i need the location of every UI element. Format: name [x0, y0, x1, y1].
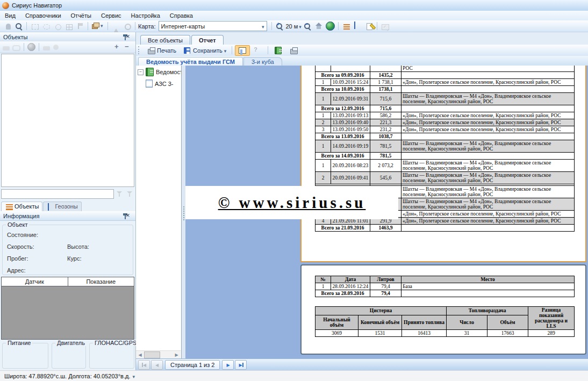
parameters-panel-toggle[interactable] — [235, 45, 250, 56]
splitter[interactable] — [182, 66, 185, 359]
status-dropdown-icon[interactable] — [132, 373, 135, 379]
cell-place: База — [401, 283, 575, 290]
expand-all-button[interactable] — [114, 43, 123, 52]
tree-child-label: АЗС 3- — [155, 81, 174, 87]
scroll-left-button[interactable] — [136, 351, 144, 359]
sensors-table: Датчик Показание — [1, 277, 134, 340]
report-book-button[interactable] — [271, 45, 285, 56]
home-button[interactable] — [314, 21, 324, 31]
save-button[interactable]: Сохранить — [180, 45, 229, 56]
report-entry-row: 220.09.2016 09:41545,6Шахты — Владимиров… — [315, 172, 575, 184]
map-select-label: Карта: — [138, 23, 156, 30]
scroll-thumb[interactable] — [144, 351, 160, 358]
watermark: © www.sirius.su — [185, 186, 398, 219]
collapse-all-button[interactable] — [125, 43, 133, 52]
report-total-row: Всего за 10.09.20161738,1 — [315, 86, 575, 93]
book-icon — [146, 68, 154, 76]
objects-list-button[interactable] — [341, 21, 352, 31]
cell-liters: 545,6 — [370, 172, 401, 184]
collapse-expander-icon[interactable] — [138, 69, 144, 75]
print-button[interactable]: Печать — [144, 45, 179, 56]
toolbar-grip[interactable] — [138, 46, 141, 54]
print-preview-button[interactable] — [286, 45, 300, 56]
list-icon — [343, 24, 350, 30]
cell-num — [315, 66, 331, 72]
layers-button[interactable] — [91, 21, 105, 31]
tab-objects[interactable]: Объекты — [1, 202, 42, 211]
objects-list[interactable] — [1, 54, 134, 187]
menu-item-2[interactable]: Справочники — [20, 11, 66, 20]
target-button — [122, 21, 132, 31]
cell-place — [401, 105, 575, 112]
zoom-in-button[interactable]: + — [275, 21, 285, 31]
cell-place: «Дон», Пролетарское сельское поселение, … — [401, 79, 575, 86]
total-value: 1463,9 — [370, 225, 401, 232]
close-icon[interactable] — [126, 33, 134, 41]
menu-item-5[interactable]: Настройка — [126, 11, 165, 20]
printer-icon — [148, 49, 155, 54]
summary-value: 17663 — [487, 330, 528, 337]
zoom-tool-button[interactable] — [13, 21, 24, 31]
menu-item-3[interactable]: Отчёты — [66, 11, 96, 20]
state-label: Состояние: — [7, 232, 38, 238]
zoom-out-button[interactable]: − — [303, 21, 313, 31]
report-tab-2[interactable]: 3-и куба — [243, 57, 282, 66]
cell-liters: 79,4 — [370, 283, 401, 290]
summary-column-header: Конечный объём — [358, 315, 402, 329]
menu-item-4[interactable]: Сервис — [96, 11, 126, 20]
objects-panel-header: Объекты — [0, 32, 135, 42]
prev-page-button[interactable] — [151, 360, 163, 370]
column-header: Литров — [370, 276, 401, 283]
cell-liters: 586,2 — [370, 112, 401, 119]
summary-value: 1531 — [358, 330, 402, 337]
sensor-col-value: Показание — [68, 277, 134, 286]
last-page-button[interactable] — [235, 360, 247, 370]
info-panel-title: Информация — [3, 213, 39, 219]
cell-liters — [370, 66, 401, 72]
geozone-icon — [354, 21, 355, 29]
printer-icon — [290, 49, 298, 54]
cell-liters: 1 738,1 — [370, 79, 401, 86]
cell-num: 1 — [315, 93, 331, 105]
pan-tool-button[interactable] — [2, 21, 12, 31]
total-label: Всего за 13.09.2016 — [315, 133, 370, 140]
chevron-down-icon — [224, 47, 227, 54]
tab-geozones[interactable]: Геозоны — [43, 202, 81, 211]
filter-icon — [116, 190, 124, 198]
internet-maps-button[interactable] — [325, 21, 335, 31]
print-label: Печать — [157, 47, 176, 54]
grid-icon — [66, 24, 73, 30]
objects-filter-input[interactable] — [1, 189, 114, 199]
cell-place: РОС — [401, 66, 575, 72]
main-tab-2[interactable]: Отчет — [191, 35, 224, 45]
status-bar: Широта: 47.88920°с.ш. Долгота: 40.05203°… — [0, 370, 588, 381]
separator — [135, 22, 135, 30]
hand-icon — [6, 24, 11, 30]
scale-dropdown[interactable]: 20 м — [286, 21, 302, 31]
cell-place: Шахты — Владимировская — М4 «Дон», Влади… — [401, 160, 575, 172]
scroll-right-button[interactable] — [173, 351, 181, 359]
summary-group-dispense: Топливораздача — [447, 307, 528, 315]
report-total-row: Всего за 28.09.201679,4 — [315, 290, 575, 297]
next-page-button[interactable] — [222, 360, 234, 370]
tree-item-root[interactable]: Ведомость — [136, 66, 181, 77]
tree-item-child[interactable]: АЗС 3- — [136, 77, 181, 89]
total-value: 1435,2 — [370, 72, 401, 79]
close-icon[interactable] — [126, 212, 134, 220]
objects-filter-row — [1, 188, 134, 200]
chevron-down-icon — [262, 23, 264, 30]
main-tab-1[interactable]: Все объекты — [140, 35, 190, 45]
cell-date: 20.09.2016 09:41 — [331, 172, 370, 184]
geozones-button[interactable] — [353, 21, 363, 31]
report-total-row: Всего за 14.09.2016781,5 — [315, 153, 575, 160]
map-source-select[interactable]: Интернет-карты — [159, 21, 267, 31]
total-label: Всего за 14.09.2016 — [315, 153, 370, 160]
select-circle-button — [52, 21, 62, 31]
separator — [107, 22, 108, 30]
menu-item-1[interactable]: Вид — [0, 11, 20, 20]
menu-item-6[interactable]: Справка — [165, 11, 198, 20]
notes-button[interactable] — [364, 21, 374, 31]
cell-date: 10.09.2016 15:24 — [331, 79, 370, 86]
report-tab-1[interactable]: Ведомость учёта выдачи ГСМ — [138, 57, 243, 66]
first-page-button[interactable] — [138, 360, 150, 370]
